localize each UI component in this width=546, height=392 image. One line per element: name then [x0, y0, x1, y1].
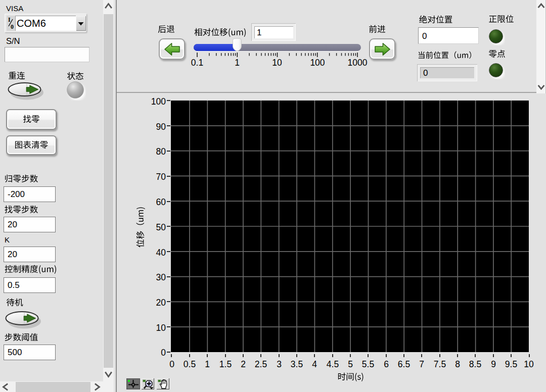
svg-text:I: I [8, 16, 11, 23]
svg-text:0: 0 [11, 23, 14, 30]
